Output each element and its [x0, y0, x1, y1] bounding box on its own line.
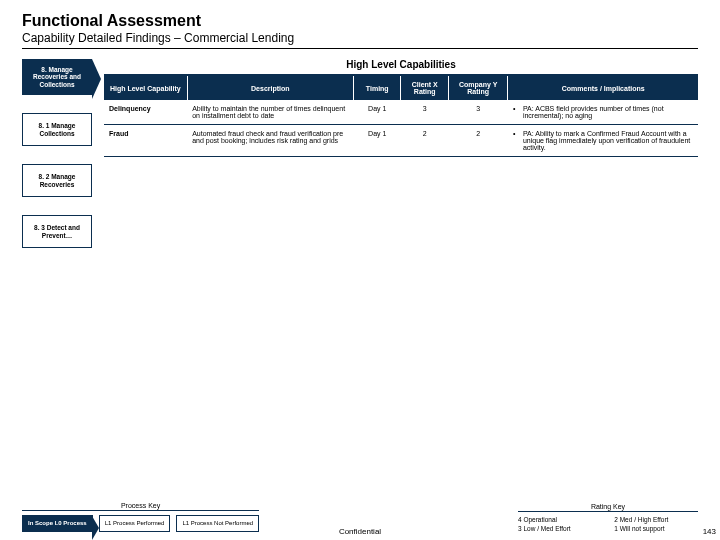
- key-in-scope: In Scope L0 Process: [22, 515, 93, 532]
- col-hlc: High Level Capability: [104, 76, 187, 100]
- cell-comm: •PA: Ability to mark a Confirmed Fraud A…: [508, 125, 698, 157]
- col-rx: Client X Rating: [401, 76, 449, 100]
- cell-rx: 2: [401, 125, 449, 157]
- nav-current: 8. Manage Recoveries and Collections: [22, 59, 92, 95]
- page-subtitle: Capability Detailed Findings – Commercia…: [22, 31, 698, 45]
- confidential-label: Confidential: [339, 527, 381, 536]
- col-desc: Description: [187, 76, 353, 100]
- cell-timing: Day 1: [353, 100, 401, 125]
- cell-timing: Day 1: [353, 125, 401, 157]
- capabilities-table: High Level Capability Description Timing…: [104, 76, 698, 157]
- cell-desc: Ability to maintain the number of times …: [187, 100, 353, 125]
- nav-sub-recoveries: 8. 2 Manage Recoveries: [22, 164, 92, 197]
- key-not-performed: L1 Process Not Performed: [176, 515, 259, 532]
- cell-rx: 3: [401, 100, 449, 125]
- rating-1: 1 Will not support: [614, 525, 698, 532]
- col-timing: Timing: [353, 76, 401, 100]
- table-header-row: High Level Capability Description Timing…: [104, 76, 698, 100]
- process-key: Process Key In Scope L0 Process L1 Proce…: [22, 502, 259, 532]
- rating-key: Rating Key 4 Operational 2 Med / High Ef…: [518, 503, 698, 532]
- cell-comm-text: PA: Ability to mark a Confirmed Fraud Ac…: [523, 130, 693, 151]
- table-row: Fraud Automated fraud check and fraud ve…: [104, 125, 698, 157]
- page-number: 143: [703, 527, 716, 536]
- cell-comm-text: PA: ACBS field provides number of times …: [523, 105, 693, 119]
- panel-title: High Level Capabilities: [104, 59, 698, 70]
- col-comm: Comments / Implications: [508, 76, 698, 100]
- nav-sub-detect: 8. 3 Detect and Prevent…: [22, 215, 92, 248]
- table-row: Delinquency Ability to maintain the numb…: [104, 100, 698, 125]
- cell-desc: Automated fraud check and fraud verifica…: [187, 125, 353, 157]
- rating-2: 2 Med / High Effort: [614, 516, 698, 523]
- nav-sub-collections: 8. 1 Manage Collections: [22, 113, 92, 146]
- cell-ry: 3: [449, 100, 508, 125]
- cell-comm: •PA: ACBS field provides number of times…: [508, 100, 698, 125]
- rating-key-title: Rating Key: [518, 503, 698, 512]
- rating-4: 4 Operational: [518, 516, 600, 523]
- page-title: Functional Assessment: [22, 12, 698, 30]
- cell-hlc: Fraud: [104, 125, 187, 157]
- title-block: Functional Assessment Capability Detaile…: [22, 12, 698, 49]
- col-ry: Company Y Rating: [449, 76, 508, 100]
- rating-3: 3 Low / Med Effort: [518, 525, 600, 532]
- left-nav: 8. Manage Recoveries and Collections 8. …: [22, 59, 92, 248]
- cell-hlc: Delinquency: [104, 100, 187, 125]
- process-key-title: Process Key: [22, 502, 259, 511]
- cell-ry: 2: [449, 125, 508, 157]
- key-performed: L1 Process Performed: [99, 515, 171, 532]
